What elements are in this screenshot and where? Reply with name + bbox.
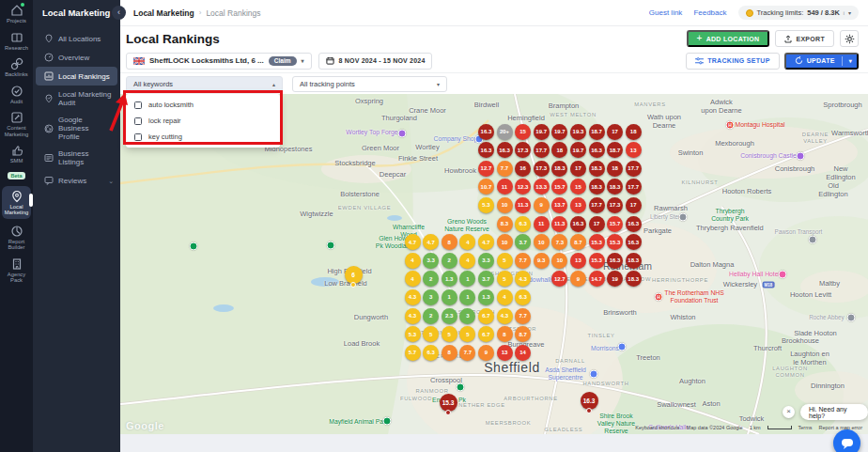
map-ranking-marker[interactable]: 1 (442, 289, 457, 305)
map-ranking-marker[interactable]: 17.7 (626, 161, 642, 177)
map-ranking-marker[interactable]: 3 (459, 308, 475, 324)
map-ranking-marker[interactable]: 15.3 (440, 394, 457, 412)
claim-badge[interactable]: Claim (269, 56, 297, 66)
map-ranking-marker[interactable]: 10 (497, 234, 513, 250)
map-ranking-marker[interactable]: 12.7 (478, 161, 494, 177)
map-ranking-marker[interactable]: 2 (423, 308, 439, 324)
map-ranking-marker[interactable]: 5 (497, 271, 513, 287)
map-ranking-marker[interactable]: 19.7 (534, 124, 550, 140)
map-ranking-marker[interactable]: 18.3 (589, 161, 605, 177)
map-ranking-marker[interactable]: 8 (442, 345, 457, 361)
map-ranking-marker[interactable]: 5.7 (405, 345, 421, 361)
map-ranking-marker[interactable]: 6.3 (515, 216, 531, 232)
green-poi-icon[interactable] (457, 383, 465, 392)
map-ranking-marker[interactable]: 9.3 (534, 253, 550, 269)
keyword-option-lock-repair[interactable]: lock repair (126, 113, 280, 129)
add-location-button[interactable]: + ADD LOCATION (687, 30, 770, 47)
map-ranking-marker[interactable]: 8.7 (570, 234, 586, 250)
blue-poi-icon[interactable] (618, 343, 627, 351)
rail-item-content-marketing[interactable]: Content Marketing (0, 107, 33, 140)
map-ranking-marker[interactable]: 16.3 (570, 216, 586, 232)
sidebar-item-business-listings[interactable]: Business Listings (36, 145, 117, 171)
purple-poi-icon[interactable] (398, 130, 407, 138)
guest-link[interactable]: Guest link (649, 8, 683, 17)
map-ranking-marker[interactable]: 7.7 (515, 253, 531, 269)
sidebar-item-local-rankings[interactable]: Local Rankings (36, 67, 117, 86)
tracking-limits-pill[interactable]: Tracking limits: 549 / 8.3K i ▾ (738, 6, 859, 20)
map-ranking-marker[interactable]: 11 (497, 179, 513, 195)
map-ranking-marker[interactable]: 16.3 (626, 234, 642, 250)
map-ranking-marker[interactable]: 16.3 (626, 216, 642, 232)
keyword-option-auto-locksmith[interactable]: auto locksmith (126, 97, 280, 113)
rail-item-local-marketing[interactable]: Local Marketing (2, 186, 31, 219)
map-ranking-marker[interactable]: 17.7 (534, 142, 550, 158)
map-ranking-marker[interactable]: 16.3 (581, 392, 598, 410)
map-ranking-marker[interactable]: 16 (515, 161, 531, 177)
map-ranking-marker[interactable]: 6.3 (423, 345, 439, 361)
map-ranking-marker[interactable]: 16.3 (607, 253, 623, 269)
sidebar-item-reviews[interactable]: Reviews ⌄ (36, 171, 117, 190)
map-ranking-marker[interactable]: 5 (497, 253, 513, 269)
map-ranking-marker[interactable]: 19.7 (551, 124, 567, 140)
map-ranking-marker[interactable]: 17.7 (589, 197, 605, 213)
rail-item-audit[interactable]: Audit (0, 81, 33, 108)
chat-tooltip[interactable]: Hi. Need any help? (800, 404, 868, 420)
map-ranking-marker[interactable]: 17 (570, 161, 586, 177)
map-ranking-marker[interactable]: 6.3 (515, 289, 531, 305)
chat-button[interactable] (833, 429, 860, 452)
map-ranking-marker[interactable]: 2 (442, 253, 457, 269)
map-ranking-marker[interactable]: 11 (534, 216, 550, 232)
map-ranking-marker[interactable]: 11.3 (551, 216, 567, 232)
map-ranking-marker[interactable]: 9 (478, 345, 494, 361)
rail-item-smm[interactable]: SMM Beta (0, 140, 33, 184)
gray-poi-icon[interactable] (809, 236, 817, 244)
map-ranking-marker[interactable]: 15.7 (607, 216, 623, 232)
keywords-filter-select[interactable]: All keywords ▴ (126, 76, 283, 92)
green-poi-icon[interactable] (190, 242, 198, 251)
date-range-picker[interactable]: 8 NOV 2024 - 15 NOV 2024 (318, 53, 433, 70)
keyboard-shortcuts-link[interactable]: Keyboard shortcuts (635, 425, 679, 430)
green-poi-icon[interactable] (383, 417, 392, 426)
map-ranking-marker[interactable]: 4 (405, 253, 421, 269)
map-ranking-marker[interactable]: 17 (589, 216, 605, 232)
map-ranking-marker[interactable]: 13 (570, 253, 586, 269)
feedback-link[interactable]: Feedback (693, 8, 726, 17)
map-ranking-marker[interactable]: 4.3 (405, 289, 421, 305)
map-ranking-marker[interactable]: 10 (551, 253, 567, 269)
map-ranking-marker[interactable]: 10 (497, 197, 513, 213)
map-ranking-marker[interactable]: 15 (515, 124, 531, 140)
map-ranking-marker[interactable]: 4.3 (405, 308, 421, 324)
blue-poi-icon[interactable] (590, 370, 598, 379)
map-ranking-marker[interactable]: 7.7 (459, 345, 475, 361)
map-ranking-marker[interactable]: 19.7 (570, 142, 586, 158)
rail-item-backlinks[interactable]: Backlinks (0, 54, 33, 81)
green-poi-icon[interactable] (327, 242, 335, 250)
map-ranking-marker[interactable]: 5.3 (405, 326, 421, 342)
tracking-points-filter-select[interactable]: All tracking points ▾ (292, 76, 447, 92)
map-ranking-marker[interactable]: 20+ (497, 124, 513, 140)
map-ranking-marker[interactable]: 17 (626, 197, 642, 213)
map-ranking-marker[interactable]: 18.3 (551, 161, 567, 177)
rail-item-report-builder[interactable]: Report Builder (0, 221, 33, 254)
map-ranking-marker[interactable]: 13 (497, 345, 513, 361)
map-ranking-marker[interactable]: 5.3 (478, 197, 494, 213)
map-ranking-marker[interactable]: 17 (607, 124, 623, 140)
map-ranking-marker[interactable]: 18 (607, 161, 623, 177)
map-ranking-marker[interactable]: 18.3 (626, 271, 642, 287)
map-ranking-marker[interactable]: 5 (442, 326, 457, 342)
map-ranking-marker[interactable]: 1.3 (478, 289, 494, 305)
map-ranking-marker[interactable]: 11.3 (515, 197, 531, 213)
report-map-error-link[interactable]: Report a map error (819, 425, 862, 430)
map-ranking-marker[interactable]: 16.3 (497, 142, 513, 158)
map-ranking-marker[interactable]: 9 (534, 197, 550, 213)
checkbox-unchecked[interactable] (134, 101, 142, 109)
sidebar-collapse-button[interactable]: ‹ (112, 6, 126, 20)
map-ranking-marker[interactable]: 13 (626, 142, 642, 158)
map-ranking-marker[interactable]: 4 (405, 271, 421, 287)
map-ranking-marker[interactable]: 19.3 (570, 124, 586, 140)
checkbox-unchecked[interactable] (134, 117, 142, 125)
purple-poi-icon[interactable] (797, 152, 805, 161)
map-ranking-marker[interactable]: 18.3 (589, 179, 605, 195)
map-ranking-marker[interactable]: 17.7 (626, 179, 642, 195)
sidebar-item-overview[interactable]: Overview (36, 48, 117, 67)
